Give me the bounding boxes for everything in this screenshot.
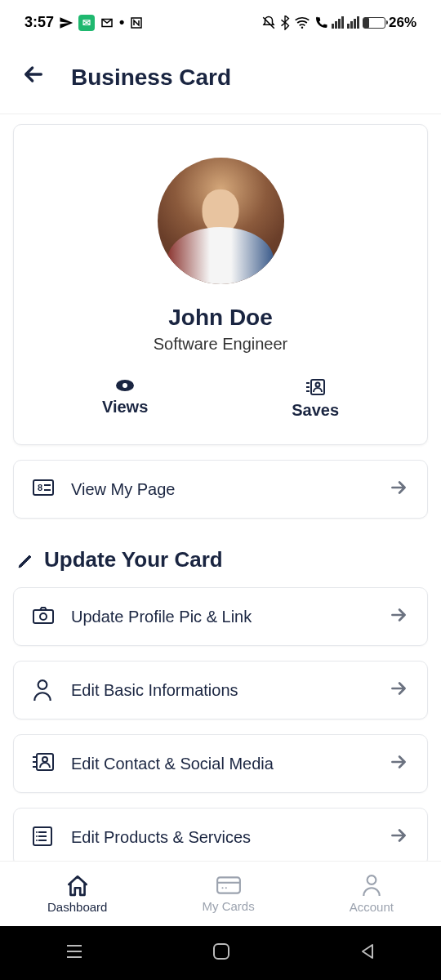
system-nav — [0, 926, 441, 980]
clock: 3:57 — [24, 14, 54, 31]
back-button-sys[interactable] — [359, 942, 376, 964]
arrow-right-icon — [388, 604, 409, 629]
edit-contact-item[interactable]: Edit Contact & Social Media — [13, 734, 428, 793]
contact-card-icon — [32, 752, 55, 775]
saves-icon — [305, 378, 326, 396]
status-left: 3:57 ✉ • — [24, 14, 144, 31]
saves-stat[interactable]: Saves — [292, 378, 339, 420]
arrow-left-icon — [20, 61, 47, 87]
nav-label: My Cards — [202, 899, 254, 913]
profile-name: John Doe — [30, 305, 411, 331]
svg-rect-6 — [33, 480, 53, 495]
avatar — [158, 158, 284, 284]
nav-account[interactable]: Account — [350, 874, 394, 914]
status-right: 26% — [261, 15, 416, 31]
page-title: Business Card — [71, 65, 231, 91]
status-bar: 3:57 ✉ • 26% — [0, 0, 441, 45]
battery-pct: 26% — [389, 15, 416, 31]
wifi-call-icon — [314, 16, 328, 30]
edit-basic-info-item[interactable]: Edit Basic Informations — [13, 661, 428, 719]
svg-point-1 — [301, 26, 304, 29]
svg-point-14 — [36, 831, 38, 833]
svg-point-15 — [36, 835, 38, 837]
svg-point-12 — [42, 757, 47, 762]
home-button[interactable] — [212, 942, 230, 964]
signal-icon — [332, 16, 344, 29]
view-my-page-item[interactable]: 8 View My Page — [13, 460, 428, 519]
item-label: Edit Basic Informations — [71, 681, 372, 700]
views-label: Views — [102, 398, 148, 416]
nav-label: Account — [350, 900, 394, 914]
back-button[interactable] — [20, 61, 47, 93]
nav-dashboard[interactable]: Dashboard — [47, 874, 107, 914]
bluetooth-icon — [279, 16, 291, 30]
bottom-nav: Dashboard My Cards Account — [0, 861, 441, 926]
profile-stats: Views Saves — [30, 378, 411, 420]
app-header: Business Card — [0, 45, 441, 114]
svg-text:8: 8 — [38, 483, 42, 492]
dot-icon: • — [119, 14, 124, 31]
camera-icon — [32, 605, 55, 628]
home-icon — [65, 874, 90, 897]
item-label: Edit Products & Services — [71, 828, 372, 847]
section-title-text: Update Your Card — [44, 547, 223, 572]
svg-rect-17 — [217, 877, 240, 893]
view-page-label: View My Page — [71, 480, 372, 499]
svg-rect-8 — [33, 610, 53, 623]
card-icon — [216, 875, 242, 896]
eye-icon — [115, 378, 135, 393]
pencil-icon — [16, 550, 36, 570]
wifi-icon — [294, 16, 310, 30]
battery-icon — [363, 17, 385, 29]
svg-point-16 — [36, 840, 38, 841]
saves-label: Saves — [292, 401, 339, 420]
mail-badge-icon: ✉ — [78, 15, 95, 31]
svg-rect-21 — [214, 944, 229, 959]
views-stat[interactable]: Views — [102, 378, 148, 420]
svg-point-9 — [40, 613, 47, 620]
recent-apps-button[interactable] — [65, 943, 84, 963]
person-icon — [32, 679, 55, 702]
svg-point-5 — [316, 383, 320, 387]
svg-point-20 — [367, 875, 376, 884]
svg-point-18 — [221, 887, 223, 889]
arrow-right-icon — [388, 477, 409, 501]
item-label: Update Profile Pic & Link — [71, 608, 372, 626]
send-icon — [59, 16, 74, 30]
mute-icon — [261, 16, 276, 30]
gmail-icon — [100, 16, 114, 30]
svg-point-3 — [122, 383, 127, 388]
update-profile-pic-item[interactable]: Update Profile Pic & Link — [13, 587, 428, 646]
arrow-right-icon — [388, 751, 409, 776]
edit-products-item[interactable]: Edit Products & Services — [13, 808, 428, 866]
profile-card: John Doe Software Engineer Views Saves — [13, 124, 428, 445]
arrow-right-icon — [388, 678, 409, 702]
profile-role: Software Engineer — [30, 335, 411, 354]
svg-point-19 — [225, 887, 226, 889]
update-section-title: Update Your Card — [16, 547, 425, 572]
list-icon — [32, 826, 55, 849]
arrow-right-icon — [388, 825, 409, 849]
id-card-icon: 8 — [32, 478, 55, 501]
item-label: Edit Contact & Social Media — [71, 755, 372, 773]
nav-label: Dashboard — [47, 900, 107, 914]
nfc-icon — [129, 16, 144, 30]
svg-point-10 — [38, 680, 47, 689]
account-icon — [361, 874, 382, 897]
nav-mycards[interactable]: My Cards — [202, 875, 254, 913]
signal2-icon — [347, 16, 359, 29]
